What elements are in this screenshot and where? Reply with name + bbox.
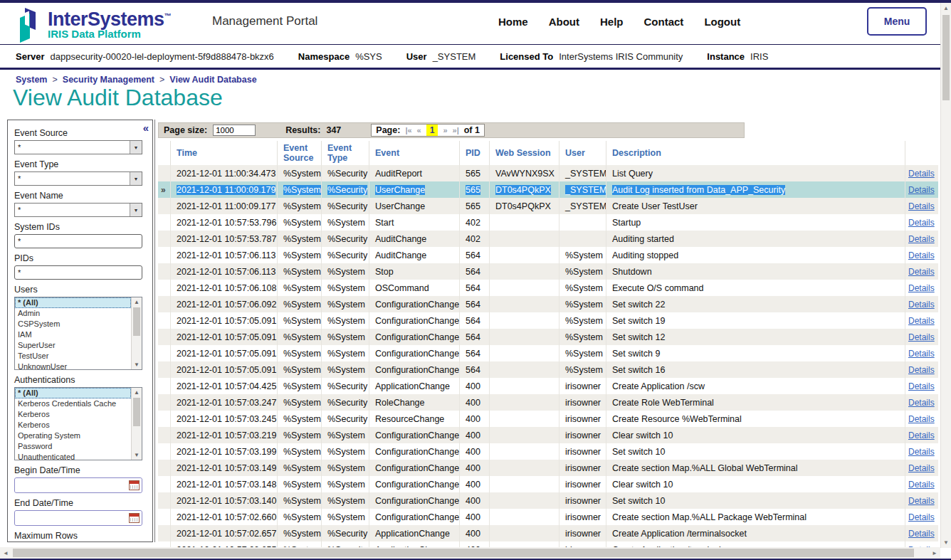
users-list-scrollbar[interactable]: ▲ ▼: [131, 297, 142, 369]
details-link[interactable]: Details: [908, 201, 935, 211]
authentications-listbox[interactable]: * (All)Kerberos Credentials CacheKerbero…: [14, 387, 142, 460]
panel-splitter[interactable]: [154, 120, 155, 542]
table-row[interactable]: 2021-12-01 10:57:06.108 %System %System …: [158, 280, 938, 296]
nav-about[interactable]: About: [549, 16, 579, 28]
nav-home[interactable]: Home: [498, 16, 528, 28]
details-link[interactable]: Details: [908, 512, 935, 522]
list-option[interactable]: Password: [15, 441, 131, 452]
list-option[interactable]: SuperUser: [15, 340, 131, 351]
scrollbar-thumb[interactable]: [133, 307, 140, 336]
table-row[interactable]: 2021-12-01 10:57:06.113 %System %Securit…: [158, 247, 938, 263]
breadcrumb-security-management[interactable]: Security Management: [63, 75, 154, 85]
table-row[interactable]: 2021-12-01 10:57:02.660 %System %System …: [158, 509, 938, 525]
breadcrumb-system[interactable]: System: [16, 75, 47, 85]
details-link[interactable]: Details: [908, 332, 935, 342]
details-link[interactable]: Details: [908, 496, 935, 506]
table-row[interactable]: 2021-12-01 10:57:03.140 %System %System …: [158, 492, 938, 509]
scrollbar-thumb[interactable]: [942, 15, 950, 100]
dropdown-arrow-icon[interactable]: ▼: [130, 141, 142, 154]
list-option[interactable]: IAM: [15, 329, 131, 340]
details-link[interactable]: Details: [908, 185, 935, 195]
table-row[interactable]: 2021-12-01 10:57:05.091 %System %System …: [158, 312, 938, 329]
current-page-number[interactable]: 1: [426, 125, 438, 136]
nav-help[interactable]: Help: [600, 16, 624, 28]
list-option[interactable]: TestUser: [15, 351, 131, 361]
scrollbar-thumb[interactable]: [133, 398, 140, 426]
details-link[interactable]: Details: [908, 430, 935, 440]
calendar-icon[interactable]: [129, 480, 140, 490]
table-row[interactable]: 2021-12-01 10:57:04.425 %System %Securit…: [158, 378, 938, 394]
end-datetime-input[interactable]: [15, 511, 142, 525]
first-page-button[interactable]: |«: [405, 127, 411, 134]
table-row[interactable]: 2021-12-01 11:00:09.177 %System %Securit…: [158, 198, 938, 214]
event-type-select[interactable]: * ▼: [14, 171, 142, 186]
scroll-up-icon[interactable]: ▲: [132, 388, 142, 397]
details-link[interactable]: Details: [908, 463, 935, 473]
details-link[interactable]: Details: [908, 529, 935, 539]
table-row[interactable]: 2021-12-01 10:57:53.787 %System %Securit…: [158, 231, 938, 247]
table-row[interactable]: 2021-12-01 10:57:03.245 %System %Securit…: [158, 411, 938, 427]
vertical-scrollbar[interactable]: ▲ ▼: [940, 3, 951, 548]
details-link[interactable]: Details: [908, 218, 935, 228]
scroll-left-icon[interactable]: ◄: [0, 550, 11, 556]
details-link[interactable]: Details: [908, 480, 935, 490]
list-option[interactable]: CSPSystem: [15, 319, 131, 329]
details-link[interactable]: Details: [908, 316, 935, 326]
calendar-icon[interactable]: [129, 513, 140, 523]
previous-page-button[interactable]: «: [417, 127, 421, 134]
list-option[interactable]: * (All): [15, 297, 131, 308]
details-link[interactable]: Details: [908, 447, 935, 457]
scroll-down-icon[interactable]: ▼: [132, 450, 142, 460]
page-size-input[interactable]: [213, 125, 256, 136]
pids-input[interactable]: [14, 265, 142, 280]
table-row[interactable]: 2021-12-01 10:57:03.219 %System %System …: [158, 427, 938, 443]
details-link[interactable]: Details: [908, 250, 935, 260]
table-row[interactable]: 2021-12-01 10:57:06.092 %System %System …: [158, 296, 938, 312]
details-link[interactable]: Details: [908, 365, 935, 375]
details-link[interactable]: Details: [908, 234, 935, 244]
details-link[interactable]: Details: [908, 267, 935, 277]
list-option[interactable]: Unauthenticated: [15, 452, 131, 460]
scroll-down-icon[interactable]: ▼: [941, 537, 951, 548]
list-option[interactable]: * (All): [15, 388, 131, 398]
scroll-down-icon[interactable]: ▼: [132, 360, 142, 369]
begin-datetime-input[interactable]: [15, 478, 142, 492]
list-option[interactable]: Kerberos: [15, 420, 131, 430]
details-link[interactable]: Details: [908, 414, 935, 424]
table-row[interactable]: » 2021-12-01 11:00:09.179 %System %Secur…: [158, 181, 938, 198]
list-option[interactable]: Admin: [15, 308, 131, 319]
list-option[interactable]: Kerberos: [15, 409, 131, 420]
scroll-right-icon[interactable]: ►: [929, 550, 940, 556]
table-row[interactable]: 2021-12-01 10:57:03.148 %System %System …: [158, 476, 938, 492]
collapse-panel-icon[interactable]: «: [143, 122, 149, 134]
scroll-up-icon[interactable]: ▲: [132, 297, 142, 307]
event-source-select[interactable]: * ▼: [14, 140, 142, 154]
event-name-select[interactable]: * ▼: [14, 203, 142, 217]
menu-button[interactable]: Menu: [867, 7, 927, 36]
details-link[interactable]: Details: [908, 381, 935, 391]
scrollbar-thumb[interactable]: [13, 549, 914, 557]
next-page-button[interactable]: »: [443, 127, 447, 134]
table-row[interactable]: 2021-12-01 10:57:03.247 %System %Securit…: [158, 394, 938, 411]
table-row[interactable]: 2021-12-01 10:57:05.091 %System %System …: [158, 361, 938, 378]
table-row[interactable]: 2021-12-01 10:57:03.149 %System %System …: [158, 460, 938, 476]
list-option[interactable]: Kerberos Credentials Cache: [15, 398, 131, 409]
details-link[interactable]: Details: [908, 300, 935, 310]
last-page-button[interactable]: »|: [453, 127, 459, 134]
nav-logout[interactable]: Logout: [704, 16, 740, 28]
table-row[interactable]: 2021-12-01 10:57:53.796 %System %System …: [158, 214, 938, 231]
table-row[interactable]: 2021-12-01 10:57:03.199 %System %System …: [158, 443, 938, 460]
details-link[interactable]: Details: [908, 283, 935, 293]
dropdown-arrow-icon[interactable]: ▼: [130, 172, 142, 185]
scroll-up-icon[interactable]: ▲: [941, 3, 951, 14]
details-link[interactable]: Details: [908, 398, 935, 408]
details-link[interactable]: Details: [908, 349, 935, 359]
horizontal-scrollbar[interactable]: ◄ ►: [0, 547, 940, 559]
list-option[interactable]: UnknownUser: [15, 361, 131, 369]
table-row[interactable]: 2021-12-01 10:57:06.113 %System %System …: [158, 263, 938, 280]
authentications-list-scrollbar[interactable]: ▲ ▼: [131, 388, 142, 460]
dropdown-arrow-icon[interactable]: ▼: [130, 204, 142, 216]
users-listbox[interactable]: * (All)AdminCSPSystemIAMSuperUserTestUse…: [14, 297, 142, 370]
table-row[interactable]: 2021-12-01 10:57:05.091 %System %System …: [158, 329, 938, 345]
table-row[interactable]: 2021-12-01 10:57:02.657 %System %Securit…: [158, 525, 938, 541]
